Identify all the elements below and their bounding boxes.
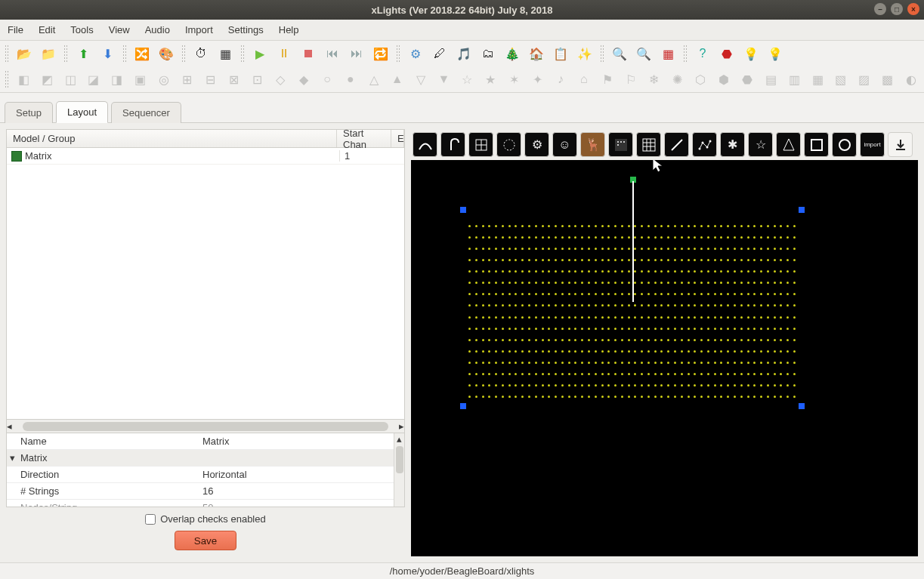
candycane-icon[interactable] xyxy=(440,132,465,157)
model-list: Model / Group Start Chan E Matrix 1 ◂ ▸ xyxy=(6,129,405,433)
tab-sequencer[interactable]: Sequencer xyxy=(111,102,181,123)
collapse-icon[interactable]: ▾ xyxy=(10,452,15,464)
bulb-light-icon[interactable]: 💡 xyxy=(765,43,786,64)
help-icon[interactable]: ? xyxy=(692,43,713,64)
prop-strings-value[interactable]: 16 xyxy=(198,485,404,497)
wand-icon[interactable]: 🖊 xyxy=(429,43,450,64)
bulb-dark-icon[interactable]: 💡 xyxy=(740,43,762,64)
window-titlebar: xLights (Ver 2018.22 64bit) July 8, 2018… xyxy=(0,0,924,20)
toolbar-grip-icon[interactable] xyxy=(181,45,186,63)
resize-handle-bl[interactable] xyxy=(460,403,466,409)
resize-handle-tr[interactable] xyxy=(799,207,805,213)
export-up-icon[interactable]: ⬆ xyxy=(73,43,94,64)
skip-back-icon[interactable]: ⏮ xyxy=(322,43,343,64)
horizontal-scrollbar[interactable]: ◂ ▸ xyxy=(7,419,404,433)
menu-view[interactable]: View xyxy=(109,24,130,35)
zoom-red-icon[interactable]: 🔍 xyxy=(633,43,654,64)
window-icon[interactable] xyxy=(468,132,493,157)
swap-icon[interactable]: 🔀 xyxy=(131,43,153,64)
boxes-icon[interactable]: 🗂 xyxy=(477,43,499,64)
repeat-icon[interactable]: 🔁 xyxy=(370,43,391,64)
toolbar-grip-icon[interactable] xyxy=(683,45,688,63)
menu-audio[interactable]: Audio xyxy=(145,24,170,35)
window-close-icon[interactable]: × xyxy=(907,3,919,15)
table-icon[interactable]: ▦ xyxy=(215,43,236,64)
deer-icon[interactable]: 🦌 xyxy=(580,132,605,157)
face-icon[interactable]: ☺ xyxy=(552,132,577,157)
scroll-left-icon[interactable]: ◂ xyxy=(7,420,12,432)
vertical-scrollbar[interactable]: ▴ xyxy=(394,433,404,507)
wreath-icon[interactable] xyxy=(832,132,857,157)
scroll-right-icon[interactable]: ▸ xyxy=(399,420,404,432)
folder-open-icon[interactable]: 📂 xyxy=(14,43,35,64)
frame-icon[interactable] xyxy=(804,132,829,157)
stop-red-icon[interactable]: ⬣ xyxy=(716,43,737,64)
folder-new-icon[interactable]: 📁 xyxy=(38,43,59,64)
scroll-up-icon[interactable]: ▴ xyxy=(394,433,404,445)
menu-help[interactable]: Help xyxy=(279,24,299,35)
tree-icon[interactable] xyxy=(776,132,801,157)
overlap-checkbox[interactable]: Overlap checks enabled xyxy=(145,513,265,525)
poly-icon[interactable] xyxy=(692,132,717,157)
rotate-line xyxy=(632,181,634,302)
header-start-chan[interactable]: Start Chan xyxy=(337,130,391,147)
pause-icon[interactable]: ⏸ xyxy=(273,43,295,64)
overlap-checkbox-input[interactable] xyxy=(145,514,156,525)
toolbar-grip-icon[interactable] xyxy=(600,45,604,63)
arch-icon[interactable] xyxy=(413,132,437,157)
prop-nodes-value[interactable]: 50 xyxy=(198,502,404,507)
prop-name-value[interactable]: Matrix xyxy=(198,436,404,447)
tree-pink-icon[interactable]: 🎄 xyxy=(502,43,523,64)
toolbar-grip-icon[interactable] xyxy=(5,45,9,63)
window-maximize-icon[interactable]: □ xyxy=(891,3,903,15)
clipboard-icon[interactable]: 📋 xyxy=(550,43,571,64)
window-minimize-icon[interactable]: – xyxy=(874,3,886,15)
tab-setup[interactable]: Setup xyxy=(5,102,53,123)
star-icon[interactable]: ☆ xyxy=(748,132,773,157)
save-button[interactable]: Save xyxy=(175,531,236,550)
matrix-icon[interactable] xyxy=(636,132,661,157)
music-note-icon[interactable]: 🎵 xyxy=(453,43,474,64)
snowflake-icon[interactable]: ✱ xyxy=(720,132,745,157)
prop-direction-value[interactable]: Horizontal xyxy=(198,469,404,480)
zoom-in-icon[interactable]: 🔍 xyxy=(609,43,630,64)
preview-canvas[interactable] xyxy=(411,160,918,556)
line-icon[interactable] xyxy=(664,132,689,157)
menu-settings[interactable]: Settings xyxy=(228,24,264,35)
toolbar-grip-icon[interactable] xyxy=(5,70,9,88)
palette-icon[interactable]: 🎨 xyxy=(156,43,177,64)
toolbar-grip-icon[interactable] xyxy=(396,45,400,63)
header-end-chan[interactable]: E xyxy=(391,130,404,147)
stop-icon[interactable]: ⏹ xyxy=(298,43,319,64)
toolbar-grip-icon[interactable] xyxy=(122,45,127,63)
effect-icon: ◧ xyxy=(14,69,34,90)
circle-icon[interactable] xyxy=(496,132,521,157)
skip-fwd-icon[interactable]: ⏭ xyxy=(346,43,367,64)
gear-blue-icon[interactable]: ⚙ xyxy=(405,43,426,64)
effect-icon: ❄ xyxy=(644,69,664,90)
header-model-group[interactable]: Model / Group xyxy=(7,130,337,147)
resize-handle-br[interactable] xyxy=(799,403,805,409)
grid-red-icon[interactable]: ▦ xyxy=(657,43,678,64)
tab-layout[interactable]: Layout xyxy=(56,101,108,123)
house-icon[interactable]: 🏠 xyxy=(526,43,547,64)
toolbar-grip-icon[interactable] xyxy=(240,45,245,63)
sparkle-icon[interactable]: ✨ xyxy=(574,43,595,64)
image-icon[interactable] xyxy=(608,132,633,157)
menu-edit[interactable]: Edit xyxy=(39,24,55,35)
model-list-row[interactable]: Matrix 1 xyxy=(7,148,404,165)
import-down-icon[interactable]: ⬇ xyxy=(97,43,118,64)
prop-section[interactable]: Matrix xyxy=(20,452,198,464)
menu-import[interactable]: Import xyxy=(185,24,213,35)
scroll-thumb[interactable] xyxy=(396,446,403,473)
clock-icon[interactable]: ⏱ xyxy=(190,43,212,64)
resize-handle-tl[interactable] xyxy=(460,207,466,213)
menu-file[interactable]: File xyxy=(8,24,23,35)
menu-tools[interactable]: Tools xyxy=(70,24,93,35)
play-icon[interactable]: ▶ xyxy=(249,43,270,64)
download-icon[interactable] xyxy=(888,132,913,157)
import-icon[interactable]: import xyxy=(860,132,885,157)
scroll-thumb[interactable] xyxy=(23,422,388,431)
toolbar-grip-icon[interactable] xyxy=(63,45,68,63)
gear-icon[interactable]: ⚙ xyxy=(524,132,549,157)
